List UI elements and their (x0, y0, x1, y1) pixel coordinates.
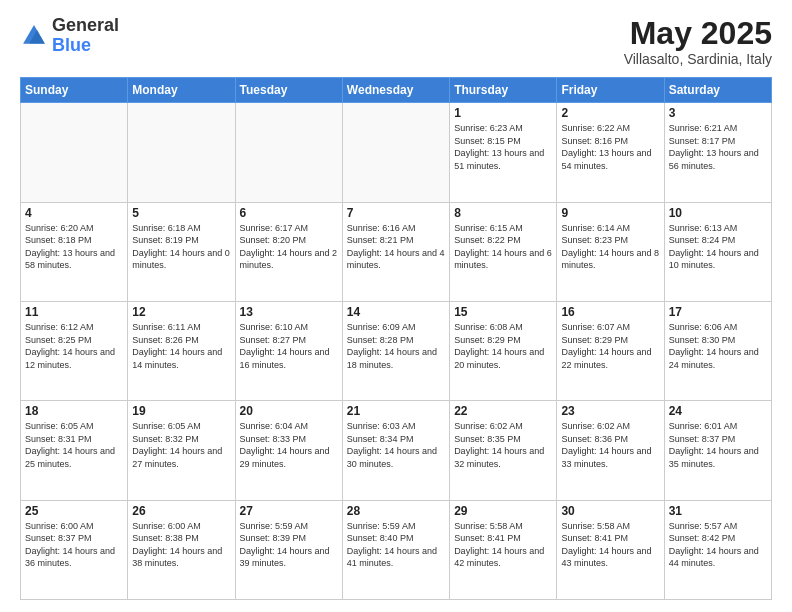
calendar-table: Sunday Monday Tuesday Wednesday Thursday… (20, 77, 772, 600)
title-block: May 2025 Villasalto, Sardinia, Italy (624, 16, 772, 67)
day-number: 30 (561, 504, 659, 518)
calendar-cell: 28Sunrise: 5:59 AM Sunset: 8:40 PM Dayli… (342, 500, 449, 599)
day-info: Sunrise: 6:07 AM Sunset: 8:29 PM Dayligh… (561, 321, 659, 371)
day-number: 28 (347, 504, 445, 518)
page: General Blue May 2025 Villasalto, Sardin… (0, 0, 792, 612)
col-wednesday: Wednesday (342, 78, 449, 103)
day-number: 9 (561, 206, 659, 220)
calendar-cell: 1Sunrise: 6:23 AM Sunset: 8:15 PM Daylig… (450, 103, 557, 202)
day-info: Sunrise: 6:02 AM Sunset: 8:35 PM Dayligh… (454, 420, 552, 470)
col-thursday: Thursday (450, 78, 557, 103)
day-number: 29 (454, 504, 552, 518)
calendar-week-row-0: 1Sunrise: 6:23 AM Sunset: 8:15 PM Daylig… (21, 103, 772, 202)
day-number: 25 (25, 504, 123, 518)
col-monday: Monday (128, 78, 235, 103)
calendar-cell: 9Sunrise: 6:14 AM Sunset: 8:23 PM Daylig… (557, 202, 664, 301)
col-friday: Friday (557, 78, 664, 103)
logo-blue: Blue (52, 35, 91, 55)
day-number: 2 (561, 106, 659, 120)
calendar-cell: 20Sunrise: 6:04 AM Sunset: 8:33 PM Dayli… (235, 401, 342, 500)
day-info: Sunrise: 6:20 AM Sunset: 8:18 PM Dayligh… (25, 222, 123, 272)
calendar-cell: 8Sunrise: 6:15 AM Sunset: 8:22 PM Daylig… (450, 202, 557, 301)
calendar-cell (21, 103, 128, 202)
day-number: 15 (454, 305, 552, 319)
day-info: Sunrise: 5:59 AM Sunset: 8:39 PM Dayligh… (240, 520, 338, 570)
calendar-cell: 16Sunrise: 6:07 AM Sunset: 8:29 PM Dayli… (557, 301, 664, 400)
calendar-cell: 4Sunrise: 6:20 AM Sunset: 8:18 PM Daylig… (21, 202, 128, 301)
calendar-cell: 26Sunrise: 6:00 AM Sunset: 8:38 PM Dayli… (128, 500, 235, 599)
day-number: 10 (669, 206, 767, 220)
day-info: Sunrise: 6:10 AM Sunset: 8:27 PM Dayligh… (240, 321, 338, 371)
calendar-cell: 19Sunrise: 6:05 AM Sunset: 8:32 PM Dayli… (128, 401, 235, 500)
calendar-cell: 30Sunrise: 5:58 AM Sunset: 8:41 PM Dayli… (557, 500, 664, 599)
day-info: Sunrise: 6:06 AM Sunset: 8:30 PM Dayligh… (669, 321, 767, 371)
day-info: Sunrise: 6:23 AM Sunset: 8:15 PM Dayligh… (454, 122, 552, 172)
day-number: 12 (132, 305, 230, 319)
calendar-week-row-1: 4Sunrise: 6:20 AM Sunset: 8:18 PM Daylig… (21, 202, 772, 301)
day-info: Sunrise: 6:16 AM Sunset: 8:21 PM Dayligh… (347, 222, 445, 272)
logo-icon (20, 22, 48, 50)
day-number: 23 (561, 404, 659, 418)
day-number: 18 (25, 404, 123, 418)
calendar-cell: 24Sunrise: 6:01 AM Sunset: 8:37 PM Dayli… (664, 401, 771, 500)
calendar-cell: 15Sunrise: 6:08 AM Sunset: 8:29 PM Dayli… (450, 301, 557, 400)
calendar-cell (235, 103, 342, 202)
calendar-cell: 14Sunrise: 6:09 AM Sunset: 8:28 PM Dayli… (342, 301, 449, 400)
calendar-week-row-3: 18Sunrise: 6:05 AM Sunset: 8:31 PM Dayli… (21, 401, 772, 500)
calendar-cell: 21Sunrise: 6:03 AM Sunset: 8:34 PM Dayli… (342, 401, 449, 500)
location-subtitle: Villasalto, Sardinia, Italy (624, 51, 772, 67)
day-info: Sunrise: 6:08 AM Sunset: 8:29 PM Dayligh… (454, 321, 552, 371)
calendar-cell: 11Sunrise: 6:12 AM Sunset: 8:25 PM Dayli… (21, 301, 128, 400)
day-info: Sunrise: 6:03 AM Sunset: 8:34 PM Dayligh… (347, 420, 445, 470)
day-number: 4 (25, 206, 123, 220)
day-info: Sunrise: 6:09 AM Sunset: 8:28 PM Dayligh… (347, 321, 445, 371)
day-number: 17 (669, 305, 767, 319)
calendar-week-row-4: 25Sunrise: 6:00 AM Sunset: 8:37 PM Dayli… (21, 500, 772, 599)
day-info: Sunrise: 5:58 AM Sunset: 8:41 PM Dayligh… (454, 520, 552, 570)
day-number: 1 (454, 106, 552, 120)
logo-text: General Blue (52, 16, 119, 56)
day-info: Sunrise: 6:05 AM Sunset: 8:32 PM Dayligh… (132, 420, 230, 470)
calendar-cell: 17Sunrise: 6:06 AM Sunset: 8:30 PM Dayli… (664, 301, 771, 400)
day-info: Sunrise: 6:00 AM Sunset: 8:38 PM Dayligh… (132, 520, 230, 570)
day-number: 21 (347, 404, 445, 418)
day-info: Sunrise: 6:05 AM Sunset: 8:31 PM Dayligh… (25, 420, 123, 470)
calendar-week-row-2: 11Sunrise: 6:12 AM Sunset: 8:25 PM Dayli… (21, 301, 772, 400)
calendar-header-row: Sunday Monday Tuesday Wednesday Thursday… (21, 78, 772, 103)
day-info: Sunrise: 6:01 AM Sunset: 8:37 PM Dayligh… (669, 420, 767, 470)
calendar-cell: 6Sunrise: 6:17 AM Sunset: 8:20 PM Daylig… (235, 202, 342, 301)
calendar-cell: 2Sunrise: 6:22 AM Sunset: 8:16 PM Daylig… (557, 103, 664, 202)
day-number: 20 (240, 404, 338, 418)
day-number: 24 (669, 404, 767, 418)
day-number: 3 (669, 106, 767, 120)
day-number: 7 (347, 206, 445, 220)
day-number: 22 (454, 404, 552, 418)
day-number: 26 (132, 504, 230, 518)
day-info: Sunrise: 6:15 AM Sunset: 8:22 PM Dayligh… (454, 222, 552, 272)
day-number: 5 (132, 206, 230, 220)
day-number: 6 (240, 206, 338, 220)
calendar-cell: 25Sunrise: 6:00 AM Sunset: 8:37 PM Dayli… (21, 500, 128, 599)
calendar-cell: 29Sunrise: 5:58 AM Sunset: 8:41 PM Dayli… (450, 500, 557, 599)
day-info: Sunrise: 6:22 AM Sunset: 8:16 PM Dayligh… (561, 122, 659, 172)
day-info: Sunrise: 6:02 AM Sunset: 8:36 PM Dayligh… (561, 420, 659, 470)
calendar-cell: 18Sunrise: 6:05 AM Sunset: 8:31 PM Dayli… (21, 401, 128, 500)
day-number: 13 (240, 305, 338, 319)
logo: General Blue (20, 16, 119, 56)
logo-general: General (52, 15, 119, 35)
day-info: Sunrise: 6:21 AM Sunset: 8:17 PM Dayligh… (669, 122, 767, 172)
col-tuesday: Tuesday (235, 78, 342, 103)
calendar-cell: 27Sunrise: 5:59 AM Sunset: 8:39 PM Dayli… (235, 500, 342, 599)
calendar-cell: 22Sunrise: 6:02 AM Sunset: 8:35 PM Dayli… (450, 401, 557, 500)
day-number: 11 (25, 305, 123, 319)
calendar-cell: 13Sunrise: 6:10 AM Sunset: 8:27 PM Dayli… (235, 301, 342, 400)
day-number: 8 (454, 206, 552, 220)
day-number: 16 (561, 305, 659, 319)
day-info: Sunrise: 6:00 AM Sunset: 8:37 PM Dayligh… (25, 520, 123, 570)
day-info: Sunrise: 6:04 AM Sunset: 8:33 PM Dayligh… (240, 420, 338, 470)
calendar-cell (342, 103, 449, 202)
day-info: Sunrise: 6:13 AM Sunset: 8:24 PM Dayligh… (669, 222, 767, 272)
calendar-cell: 10Sunrise: 6:13 AM Sunset: 8:24 PM Dayli… (664, 202, 771, 301)
calendar-cell: 3Sunrise: 6:21 AM Sunset: 8:17 PM Daylig… (664, 103, 771, 202)
day-info: Sunrise: 5:59 AM Sunset: 8:40 PM Dayligh… (347, 520, 445, 570)
